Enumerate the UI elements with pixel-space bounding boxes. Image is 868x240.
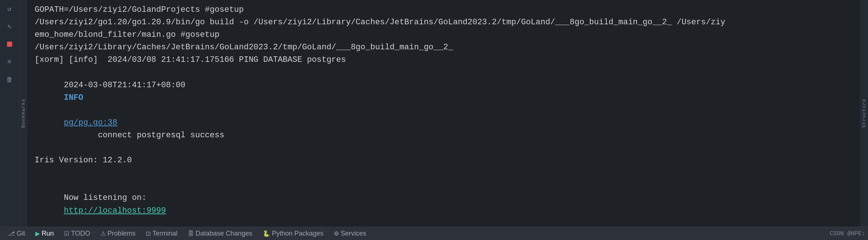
terminal-line-7: Iris Version: 12.2.0 [35, 154, 853, 167]
python-icon: 🐍 [263, 230, 270, 237]
stop-icon[interactable] [4, 38, 15, 50]
services-icon: ⚙ [334, 230, 339, 237]
post-6: connect postgresql success [64, 131, 224, 140]
terminal-tab[interactable]: ⊡ Terminal [141, 227, 183, 240]
main-area: ↺ ✎ ≡ 🗑 Bookmarks GOPATH=/Users/ziyi2/Go… [0, 0, 868, 227]
todo-tab[interactable]: ☑ TODO [59, 227, 95, 240]
python-packages-tab[interactable]: 🐍 Python Packages [258, 227, 329, 240]
terminal-label: Terminal [153, 230, 178, 237]
refresh-icon[interactable]: ↺ [4, 3, 15, 15]
trash-icon[interactable]: 🗑 [4, 74, 15, 85]
bookmarks-sidebar: Bookmarks [19, 0, 27, 227]
timestamp-6: 2024-03-08T21:41:17+08:00 [64, 81, 219, 90]
menu-icon[interactable]: ≡ [4, 56, 15, 68]
run-icon: ▶ [35, 230, 40, 237]
terminal-line-3: emo_home/blond_filter/main.go #gosetup [35, 29, 853, 41]
services-label: Services [341, 230, 366, 237]
problems-label: Problems [108, 230, 136, 237]
terminal-line-2: /Users/ziyi2/go1.20/go1.20.9/bin/go buil… [35, 16, 853, 29]
status-right: CSON @NPE: [830, 230, 865, 237]
bottom-bar: ⎇ Git ▶ Run ☑ TODO ⚠ Problems ⊡ Terminal… [0, 227, 868, 240]
terminal-line-1: GOPATH=/Users/ziyi2/GolandProjects #gose… [35, 4, 853, 16]
pg-link[interactable]: pg/pg.go:38 [64, 118, 117, 127]
terminal-line-4: /Users/ziyi2/Library/Caches/JetBrains/Go… [35, 41, 853, 54]
terminal-line-5: [xorm] [info] 2024/03/08 21:41:17.175166… [35, 54, 853, 66]
terminal-line-6: 2024-03-08T21:41:17+08:00 INFO pg/pg.go:… [35, 66, 853, 154]
terminal-icon: ⊡ [146, 230, 151, 237]
database-icon: 🗄 [188, 230, 194, 237]
structure-label: Structure [861, 99, 867, 128]
structure-sidebar: Structure [860, 0, 868, 227]
run-tab[interactable]: ▶ Run [30, 227, 59, 240]
git-icon: ⎇ [8, 230, 15, 237]
bookmarks-label: Bookmarks [21, 99, 26, 128]
todo-icon: ☑ [64, 230, 69, 237]
terminal-line-8 [35, 167, 853, 179]
git-label: Git [17, 230, 25, 237]
services-tab[interactable]: ⚙ Services [329, 227, 371, 240]
terminal-content: GOPATH=/Users/ziyi2/GolandProjects #gose… [27, 0, 860, 227]
listen-prefix: Now listening on: [64, 193, 151, 202]
info-label-6: INFO [64, 93, 83, 102]
localhost-link[interactable]: http://localhost:9999 [64, 206, 166, 215]
database-changes-label: Database Changes [196, 230, 252, 237]
python-packages-label: Python Packages [272, 230, 323, 237]
run-label: Run [42, 230, 54, 237]
problems-tab[interactable]: ⚠ Problems [95, 227, 141, 240]
database-changes-tab[interactable]: 🗄 Database Changes [183, 227, 258, 240]
todo-label: TODO [71, 230, 90, 237]
git-tab[interactable]: ⎇ Git [3, 227, 30, 240]
spacer-6 [64, 106, 83, 115]
left-gutter: ↺ ✎ ≡ 🗑 [0, 0, 19, 227]
edit-icon[interactable]: ✎ [4, 21, 15, 32]
problems-icon: ⚠ [101, 230, 106, 237]
terminal-line-9: Now listening on: http://localhost:9999 [35, 179, 853, 227]
